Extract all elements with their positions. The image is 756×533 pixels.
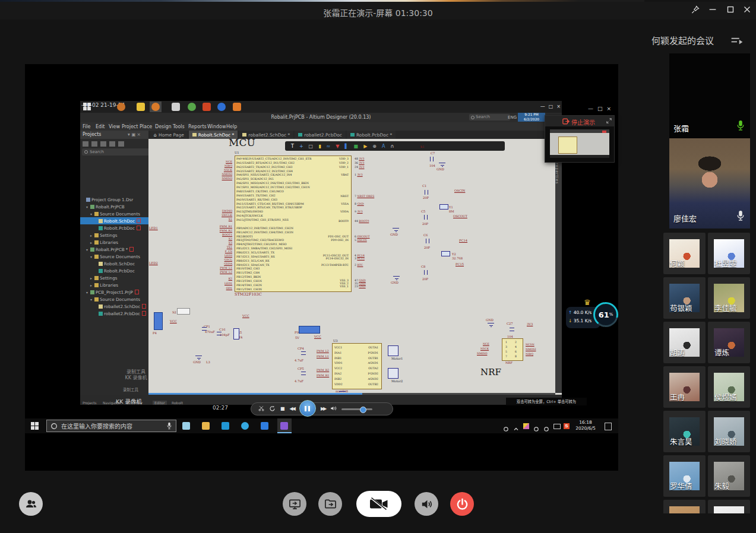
participant-tile[interactable] [708, 500, 750, 513]
toolbar-tool-icon[interactable]: ∩ [390, 144, 394, 149]
repeat-icon[interactable] [269, 405, 276, 413]
tab-roballet2-pcbdoc[interactable]: roballet2.PcbDoc [295, 131, 346, 139]
powerpoint-icon[interactable] [203, 103, 211, 111]
participant-tile[interactable]: 杜昱雯 [708, 233, 750, 274]
menu-view[interactable]: View [109, 124, 120, 129]
participant-tile[interactable]: 胡涛 [663, 322, 706, 363]
participant-tile[interactable]: 苟银颖 [663, 277, 706, 319]
qq-browser-icon[interactable] [241, 422, 249, 430]
close-icon[interactable] [740, 2, 754, 17]
pin-icon[interactable] [688, 2, 702, 17]
menu-edit[interactable]: Edit [96, 124, 105, 129]
toolbar-tool-icon[interactable]: T [291, 144, 294, 149]
tree-item-source-documents[interactable]: ▾Source Documents [80, 296, 159, 303]
tree-item-project-group-1-dsr[interactable]: Project Group 1.Dsr [80, 196, 150, 203]
document-tabs[interactable]: ⌂Home PageRobolt.SchDoc *roballet2.SchDo… [150, 131, 396, 139]
toolbar-tool-icon[interactable]: A [382, 144, 385, 149]
participant-grid[interactable]: 何颖杜昱雯苟银颖李佳毓胡涛谭炼王冉侯煜嫣朱言昊刘晓娇罗华倩朱毅 [663, 233, 750, 513]
toolbar-tool-icon[interactable]: ▌ [344, 144, 348, 149]
volume-slider-thumb[interactable] [360, 407, 366, 413]
expand-icon[interactable] [606, 118, 612, 123]
battery-icon[interactable] [553, 424, 561, 429]
participant-tile[interactable]: 何颖 [663, 233, 706, 274]
video-tile-presenter[interactable]: 张霜 [669, 53, 750, 138]
toolbar-tool-icon[interactable]: ⊕ [372, 144, 377, 149]
menu-project[interactable]: Project [122, 124, 138, 129]
floating-toolbar[interactable]: T+□▮≈▼▌■▶⊕A∩ [285, 141, 505, 151]
share-file-button[interactable] [318, 492, 342, 516]
volume-slider[interactable] [341, 408, 372, 410]
tree-item-settings[interactable]: ▸Settings [80, 231, 159, 239]
app-orange-icon[interactable] [117, 103, 125, 111]
snapshot-icon[interactable] [258, 405, 264, 413]
sogou-icon[interactable]: S [564, 423, 570, 429]
volume-icon[interactable] [533, 423, 539, 429]
participant-tile[interactable]: 刘晓娇 [708, 411, 750, 452]
participant-tile[interactable]: 谭炼 [708, 322, 750, 363]
camera-toggle-button[interactable] [356, 491, 401, 517]
minimize-icon[interactable]: — [540, 104, 545, 109]
start-button[interactable] [31, 422, 39, 430]
close-icon[interactable]: × [607, 106, 612, 112]
presenter-pip-window[interactable]: 停止演示 [545, 115, 615, 163]
task-view-icon[interactable] [182, 422, 190, 430]
media-player-icon[interactable] [280, 422, 288, 430]
video-tile-camera[interactable]: 廖佳宏 [669, 138, 750, 229]
participants-button[interactable] [19, 492, 43, 516]
panel-toolbar-icon[interactable] [100, 141, 106, 147]
visual-studio-icon[interactable] [188, 103, 196, 111]
tab-robolt-pcbdoc--[interactable]: Robolt.PcbDoc * [347, 131, 396, 139]
panel-toolbar-icon[interactable] [109, 141, 115, 147]
pause-button[interactable] [299, 400, 316, 417]
panel-toolbar-icon[interactable] [91, 141, 97, 147]
firefox-icon[interactable] [233, 103, 241, 111]
participant-tile[interactable]: 李佳毓 [708, 277, 750, 319]
toolbar-tool-icon[interactable]: □ [309, 144, 314, 149]
participant-tile[interactable]: 朱毅 [708, 455, 750, 497]
share-screen-button[interactable] [283, 492, 306, 516]
end-call-button[interactable] [450, 492, 474, 516]
speaker-button[interactable] [415, 492, 438, 516]
toolbar-tool-icon[interactable]: + [299, 144, 303, 149]
participant-tile[interactable]: 侯煜嫣 [708, 366, 750, 408]
altium-icon[interactable] [151, 103, 160, 111]
pip-header[interactable]: 停止演示 [545, 116, 614, 126]
participant-tile[interactable]: 朱言昊 [663, 411, 706, 452]
player-volume-icon[interactable] [330, 405, 337, 413]
toolbar-tool-icon[interactable]: ▮ [318, 144, 321, 149]
menu-place[interactable]: Place [140, 124, 152, 129]
media-player-window-buttons[interactable]: —□× [588, 106, 611, 112]
user-icon[interactable] [503, 423, 509, 429]
minimize-icon[interactable] [706, 2, 720, 17]
altium-window-buttons[interactable]: —□× [540, 104, 561, 109]
restore-icon[interactable]: □ [549, 104, 553, 109]
notification-center-icon[interactable] [605, 423, 612, 430]
participant-tile[interactable]: 罗华倩 [663, 455, 706, 497]
close-icon[interactable]: × [556, 104, 561, 109]
maximize-icon[interactable] [723, 2, 738, 17]
status-doc[interactable]: Robolt [172, 401, 183, 405]
menu-design[interactable]: Design [155, 124, 172, 129]
rewind-icon[interactable]: ◀◀ [290, 407, 295, 411]
chevron-up-icon[interactable] [513, 423, 519, 429]
tree-item-source-documents[interactable]: ▾Source Documents [80, 210, 159, 217]
shared-screen-stage[interactable]: -06-02 21-19-14—□×Robalit.PrjPCB - Altiu… [25, 64, 618, 471]
minimize-icon[interactable]: — [588, 106, 593, 112]
file-explorer-icon[interactable] [202, 422, 210, 430]
menu-tools[interactable]: Tools [173, 124, 185, 129]
taskbar-clock[interactable]: 16:18 2020/6/5 [571, 420, 600, 432]
menu-help[interactable]: Help [226, 124, 237, 129]
player-control-bar[interactable]: ■ ◀◀ ▶▶ [251, 402, 393, 415]
toolbar-tool-icon[interactable]: ▼ [336, 144, 339, 149]
menu-file[interactable]: File [83, 124, 90, 129]
cad-doc-icon[interactable] [172, 103, 180, 111]
wps-icon[interactable] [261, 422, 268, 430]
chrome-icon[interactable] [137, 103, 145, 111]
windows-start-icon[interactable] [83, 103, 91, 111]
stop-presenting-button[interactable]: 停止演示 [571, 118, 595, 126]
participant-list-toggle-icon[interactable] [730, 36, 744, 47]
tree-item-settings[interactable]: ▸Settings [80, 274, 159, 281]
status-mode[interactable]: Editor [153, 401, 167, 405]
menu-window[interactable]: Window [207, 124, 226, 129]
panel-toolbar-icon[interactable] [118, 141, 124, 147]
